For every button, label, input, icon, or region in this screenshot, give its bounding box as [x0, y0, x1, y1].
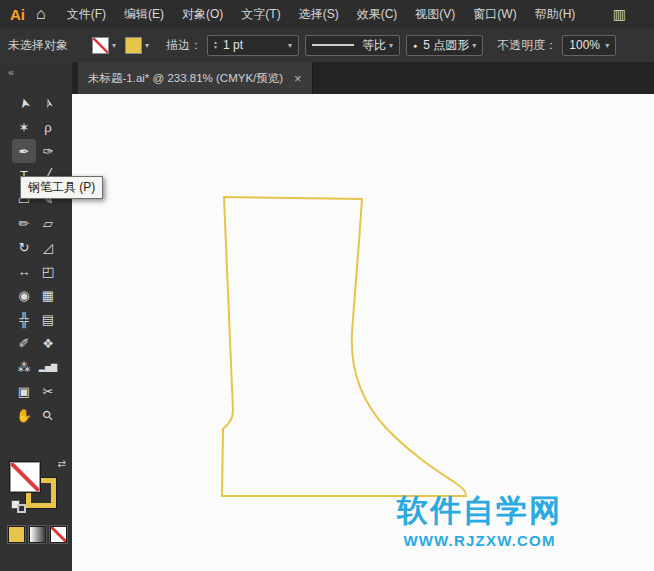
fill-color-picker[interactable]: ▾ [92, 37, 116, 54]
default-fill-stroke-icon[interactable] [11, 500, 26, 513]
mesh-tool[interactable]: ╬ [12, 307, 36, 331]
free-transform-tool-icon: ◰ [42, 264, 54, 279]
blend-tool[interactable]: ❖ [36, 331, 60, 355]
boot-outline-path[interactable] [222, 197, 466, 496]
collapse-panel-button[interactable]: « [0, 62, 72, 83]
menu-file[interactable]: 文件(F) [58, 0, 115, 28]
stroke-color-picker[interactable]: ▾ [125, 37, 149, 54]
stroke-profile-preview-icon [312, 44, 354, 46]
slice-tool-icon: ✂ [43, 384, 54, 399]
selection-tool[interactable]: ➤ [12, 91, 36, 115]
canvas-area[interactable]: 软件自学网 WWW.RJZXW.COM [72, 94, 654, 571]
pencil-tool[interactable]: ✏ [12, 211, 36, 235]
watermark: 软件自学网 WWW.RJZXW.COM [397, 494, 562, 549]
hand-tool[interactable]: ✋ [12, 403, 36, 427]
pen-tool-tooltip: 钢笔工具 (P) [20, 176, 103, 199]
chevron-down-icon: ▾ [389, 41, 393, 50]
tab-close-icon[interactable]: × [294, 71, 302, 86]
scale-tool-icon: ◿ [43, 240, 53, 255]
illustrator-logo-icon[interactable]: Ai [0, 6, 34, 23]
gradient-tool[interactable]: ▤ [36, 307, 60, 331]
symbol-sprayer-tool[interactable]: ⁂ [12, 355, 36, 379]
watermark-title: 软件自学网 [397, 494, 562, 528]
artboard-tool[interactable]: ▣ [12, 379, 36, 403]
stroke-weight-value: 1 pt [223, 38, 285, 52]
magic-wand-tool[interactable]: ✶ [12, 115, 36, 139]
slice-tool[interactable]: ✂ [36, 379, 60, 403]
shape-builder-tool[interactable]: ◉ [12, 283, 36, 307]
hand-tool-icon: ✋ [16, 408, 32, 423]
tools-panel: « ➤ ➢ ✶ ρ ✒ ✑ T ╱ ▭ ✎ ✏ ▱ ↻ ◿ ↔ ◰ ◉ ▦ ╬ … [0, 62, 73, 571]
artboard-tool-icon: ▣ [18, 384, 30, 399]
curvature-tool[interactable]: ✑ [36, 139, 60, 163]
stroke-label: 描边： [166, 37, 202, 54]
brush-dot-icon: ● [413, 42, 417, 49]
eraser-tool[interactable]: ▱ [36, 211, 60, 235]
document-tab[interactable]: 未标题-1.ai* @ 233.81% (CMYK/预览) × [78, 62, 313, 94]
gradient-tool-icon: ▤ [42, 312, 54, 327]
home-icon[interactable]: ⌂ [34, 5, 58, 23]
lasso-tool-icon: ρ [44, 120, 51, 135]
menu-help[interactable]: 帮助(H) [526, 0, 585, 28]
selection-tool-icon: ➤ [15, 96, 32, 110]
control-bar: 未选择对象 ▾ ▾ 描边： ▴▾ 1 pt ▾ 等比 ▾ ● 5 点圆形 ▾ 不… [0, 28, 654, 63]
mesh-tool-icon: ╬ [19, 312, 28, 327]
document-tab-title: 未标题-1.ai* @ 233.81% (CMYK/预览) [88, 71, 283, 86]
lasso-tool[interactable]: ρ [36, 115, 60, 139]
eyedropper-tool-icon: ✐ [19, 336, 30, 351]
zoom-tool[interactable]: ⚲ [36, 403, 60, 427]
selection-status: 未选择对象 [0, 37, 92, 54]
eraser-tool-icon: ▱ [43, 216, 53, 231]
perspective-grid-tool-icon: ▦ [42, 288, 54, 303]
pen-tool[interactable]: ✒ [12, 139, 36, 163]
workspace-switcher-icon[interactable]: ▥ [613, 6, 626, 22]
scale-tool[interactable]: ◿ [36, 235, 60, 259]
chevron-down-icon: ▾ [145, 41, 149, 50]
opacity-value: 100% [569, 38, 602, 52]
rotate-tool[interactable]: ↻ [12, 235, 36, 259]
stroke-color-swatch [125, 37, 142, 54]
curvature-tool-icon: ✑ [43, 144, 54, 159]
artboard [72, 94, 654, 571]
menu-object[interactable]: 对象(O) [173, 0, 232, 28]
menu-effect[interactable]: 效果(C) [348, 0, 407, 28]
swap-fill-stroke-icon[interactable]: ⇄ [58, 458, 66, 469]
direct-selection-tool[interactable]: ➢ [36, 91, 60, 115]
column-graph-tool-icon: ▂▅▇ [39, 363, 57, 372]
menu-select[interactable]: 选择(S) [290, 0, 348, 28]
width-profile-select[interactable]: 等比 ▾ [305, 35, 400, 56]
magic-wand-tool-icon: ✶ [19, 120, 30, 135]
color-button[interactable] [8, 526, 25, 543]
column-graph-tool[interactable]: ▂▅▇ [36, 355, 60, 379]
menu-view[interactable]: 视图(V) [406, 0, 464, 28]
menu-type[interactable]: 文字(T) [232, 0, 289, 28]
width-tool-icon: ↔ [18, 264, 31, 279]
pen-tool-icon: ✒ [19, 144, 30, 159]
fill-indicator[interactable] [10, 462, 40, 492]
opacity-label: 不透明度： [497, 37, 557, 54]
chevron-down-icon: ▾ [605, 41, 609, 50]
width-tool[interactable]: ↔ [12, 259, 36, 283]
eyedropper-tool[interactable]: ✐ [12, 331, 36, 355]
mini-stroke-icon [17, 504, 26, 513]
brush-name: 5 点圆形 [423, 37, 469, 54]
brush-select[interactable]: ● 5 点圆形 ▾ [406, 35, 483, 56]
direct-selection-tool-icon: ➢ [39, 96, 56, 110]
opacity-select[interactable]: 100% ▾ [562, 35, 616, 56]
paint-mode-buttons [8, 526, 67, 543]
stroke-weight-input[interactable]: ▴▾ 1 pt ▾ [207, 35, 299, 56]
fill-none-swatch [92, 37, 109, 54]
menu-edit[interactable]: 编辑(E) [115, 0, 173, 28]
menu-window[interactable]: 窗口(W) [464, 0, 525, 28]
chevron-down-icon: ▾ [112, 41, 116, 50]
zoom-tool-icon: ⚲ [39, 406, 56, 423]
stepper-icons[interactable]: ▴▾ [214, 40, 217, 50]
illustrator-window: Ai ⌂ 文件(F) 编辑(E) 对象(O) 文字(T) 选择(S) 效果(C)… [0, 0, 654, 571]
symbol-sprayer-tool-icon: ⁂ [18, 360, 31, 375]
document-tab-bar: 未标题-1.ai* @ 233.81% (CMYK/预览) × [72, 62, 654, 95]
gradient-button[interactable] [29, 526, 46, 543]
perspective-grid-tool[interactable]: ▦ [36, 283, 60, 307]
none-button[interactable] [50, 526, 67, 543]
watermark-url: WWW.RJZXW.COM [397, 532, 562, 549]
free-transform-tool[interactable]: ◰ [36, 259, 60, 283]
